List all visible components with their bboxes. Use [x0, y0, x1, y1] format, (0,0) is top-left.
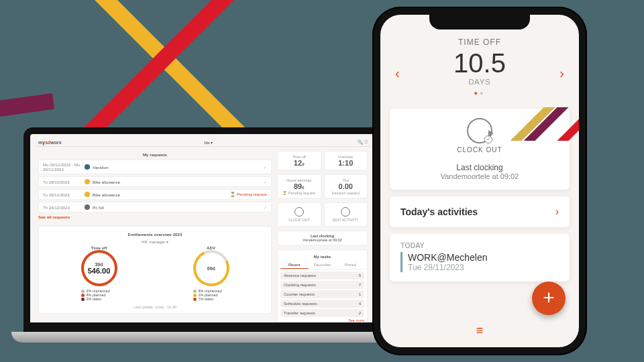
phone-screen: TIME OFF ‹ 10.5 › DAYS ●● ✓ CLOCK OUT La… — [380, 15, 579, 347]
stat-timeoff[interactable]: Time off 12d — [277, 151, 321, 170]
today-tag: TODAY — [400, 242, 559, 249]
last-clocking-value: Vandemoortele at 09:02 — [400, 172, 559, 180]
home-indicator-icon[interactable]: ≡ — [476, 324, 484, 338]
task-row[interactable]: Absence requests5 — [280, 272, 364, 280]
time-off-title: TIME OFF — [396, 38, 563, 47]
app-topbar: mysdworx Me ▾ 🔍 ☰ — [36, 138, 370, 147]
time-off-unit: DAYS — [396, 78, 563, 86]
edit-activity-button[interactable]: EDIT ACTIVITY — [324, 202, 368, 227]
see-all-requests-link[interactable]: See all requests — [38, 215, 272, 219]
prev-chevron-icon[interactable]: ‹ — [395, 66, 400, 81]
stopwatch-icon — [341, 207, 350, 217]
phone-mockup: TIME OFF ‹ 10.5 › DAYS ●● ✓ CLOCK OUT La… — [372, 7, 587, 355]
my-requests-title: My requests — [38, 152, 272, 157]
clock-out-icon: ✓ — [467, 118, 492, 143]
task-row[interactable]: Clocking requests7 — [280, 281, 364, 289]
laptop-mockup: mysdworx Me ▾ 🔍 ☰ My requests Mo 20/11/2… — [23, 127, 382, 343]
pager-dots[interactable]: ●● — [396, 90, 563, 97]
search-icon[interactable]: 🔍 ☰ — [356, 139, 368, 145]
dial-adv: ADV 69d 8% unplanned1% planned7% taken — [193, 245, 229, 301]
request-row[interactable]: Tu 28/11/2023Bike allowance⏳ Pending req… — [38, 189, 272, 200]
chevron-right-icon: › — [555, 206, 559, 218]
entitlements-role-select[interactable]: HR manager ▾ — [43, 239, 267, 244]
dial-timeoff: Time off 39d 546.00 2% unplanned4% plann… — [81, 245, 117, 301]
app-logo: mysdworx — [38, 140, 62, 145]
request-row[interactable]: Mo 20/11/2023 - Mo 20/11/2023Vacation✓ — [38, 160, 272, 174]
todays-activities-row[interactable]: Today's activities › — [390, 196, 570, 227]
tasks-see-more-link[interactable]: See more — [280, 318, 364, 322]
laptop-base — [11, 332, 394, 343]
task-row[interactable]: Transfer requests2 — [280, 309, 364, 317]
entitlements-title: Entitlements overview 2023 — [43, 232, 267, 237]
next-chevron-icon[interactable]: › — [559, 66, 564, 81]
stat-tba[interactable]: Tba 0.00 Decision needed — [324, 174, 368, 198]
entitlements-card: Entitlements overview 2023 HR manager ▾ … — [38, 226, 272, 314]
request-row[interactable]: Th 24/12/2023Pc full✓ — [38, 202, 272, 213]
laptop-screen: mysdworx Me ▾ 🔍 ☰ My requests Mo 20/11/2… — [23, 127, 382, 332]
task-row[interactable]: Counter requests1 — [280, 290, 364, 298]
time-off-count: 10.5 — [396, 50, 563, 76]
context-switcher[interactable]: Me ▾ — [204, 140, 213, 145]
my-tasks-card: My tasks Recent Favourites Pinned Absenc… — [277, 249, 368, 326]
tasks-tabs[interactable]: Recent Favourites Pinned — [280, 261, 364, 269]
stat-earnings[interactable]: Home earnings 89€ ⏳ Pending request — [277, 174, 321, 198]
last-clocking-card: Last clocking Vandemoortele at 09:02 — [277, 231, 368, 245]
stat-overtime[interactable]: Overtime 1:10 — [324, 151, 368, 170]
today-date: Tue 28/11/2023 — [408, 263, 559, 272]
last-clocking-label: Last clocking — [400, 163, 559, 172]
clock-out-icon — [294, 207, 304, 217]
request-row[interactable]: Tu 28/10/2023Bike allowance✓ — [38, 176, 272, 187]
fab-add-button[interactable]: + — [532, 282, 566, 315]
today-location: WORK@Mechelen — [408, 252, 559, 263]
decor-stripe-purple — [0, 93, 54, 117]
phone-notch — [429, 15, 530, 29]
clock-out-button[interactable]: CLOCK OUT — [277, 202, 321, 227]
today-card[interactable]: TODAY WORK@Mechelen Tue 28/11/2023 — [390, 234, 570, 282]
decor-stripes-phone — [498, 107, 579, 141]
task-row[interactable]: Schedule requests4 — [280, 300, 364, 308]
entitlements-footer: Last update: today · 10:30 — [43, 305, 267, 309]
